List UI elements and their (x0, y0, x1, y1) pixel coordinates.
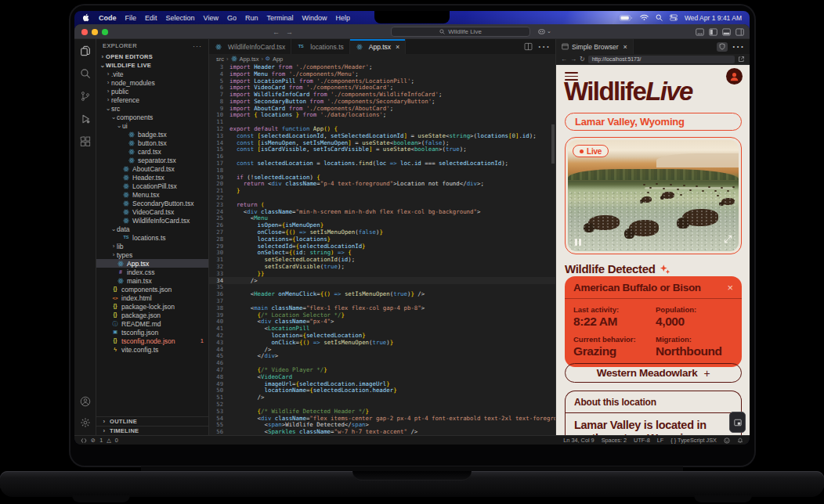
breadcrumb-item-app-tsx[interactable]: App.tsx (240, 56, 259, 63)
code-line[interactable]: 50 locationName={selectedLocation.header… (209, 387, 555, 394)
pause-icon[interactable] (575, 239, 581, 246)
code-line[interactable]: 15 const [isCardVisible, setIsCardVisibl… (209, 146, 555, 153)
browser-reload-icon[interactable]: ↻ (580, 56, 585, 63)
url-input[interactable]: http://localhost:5173/ (588, 56, 735, 63)
code-line[interactable]: 38 <main className="flex-1 flex flex-col… (209, 304, 555, 311)
code-line[interactable]: 7import WildlifeInfoCard from './compone… (209, 91, 555, 98)
code-line[interactable]: 4import Menu from './components/Menu'; (209, 70, 555, 77)
search-icon[interactable] (79, 67, 92, 80)
file-readme-md[interactable]: ⓘREADME.md (96, 319, 208, 328)
code-line[interactable]: 34 /> (209, 277, 555, 284)
code-line[interactable]: 17 const selectedLocation = locations.fi… (209, 160, 555, 167)
file-package-json[interactable]: {}package.json (96, 311, 208, 319)
folder-reference[interactable]: ›reference (96, 95, 208, 104)
location-pill-button[interactable]: Lamar Valley, Wyoming (565, 113, 742, 131)
code-line[interactable]: 29 selectedId={selectedLocationId} (209, 243, 555, 250)
code-line[interactable]: 16 (209, 153, 555, 160)
close-icon[interactable]: × (727, 283, 733, 293)
code-line[interactable]: 28 locations={locations} (209, 236, 555, 243)
fullscreen-expand-icon[interactable] (724, 232, 732, 247)
close-window-button[interactable] (81, 29, 88, 35)
code-line[interactable]: 54 <div className="flex items-center gap… (209, 415, 555, 422)
file-tsconfig-json[interactable]: ▣tsconfig.json (96, 328, 208, 337)
code-line[interactable]: 31 setSelectedLocationId(id); (209, 256, 555, 263)
explorer-icon[interactable] (79, 45, 92, 57)
breadcrumb[interactable]: src›App.tsx›⊙App (209, 54, 555, 63)
menubar-clock[interactable]: Wed Apr 1 9:41 AM (685, 14, 742, 22)
spotlight-search-icon[interactable] (656, 14, 663, 21)
open-external-icon[interactable] (738, 56, 745, 63)
command-center-search[interactable]: Wildlife Live (391, 27, 530, 37)
file-header-tsx[interactable]: Header.tsx (96, 173, 208, 182)
titlebar[interactable]: ← → Wildlife Live ⌄ (74, 24, 750, 39)
copilot-button[interactable]: ⌄ (538, 27, 551, 37)
folder-node-modules[interactable]: ›node_modules (96, 78, 208, 87)
folder-data[interactable]: ⌄data (96, 225, 208, 233)
code-line[interactable]: 44 /> (209, 346, 555, 353)
code-line[interactable]: 49 imageUrl={selectedLocation.imageUrl} (209, 380, 555, 387)
code-line[interactable]: 43 onClick={() => setIsMenuOpen(true)} (209, 339, 555, 346)
code-line[interactable]: 32 setIsCardVisible(true); (209, 263, 555, 270)
remote-indicator-icon[interactable] (81, 437, 87, 444)
code-editor[interactable]: 3import Header from './components/Header… (209, 63, 555, 435)
control-center-icon[interactable] (670, 14, 678, 21)
toggle-primary-sidebar-icon[interactable] (709, 28, 717, 36)
status-utf-8[interactable]: UTF-8 (634, 437, 650, 444)
floating-panel-button[interactable] (729, 412, 746, 433)
customize-layout-icon[interactable] (696, 28, 704, 36)
file-main-tsx[interactable]: main.tsx (96, 276, 208, 285)
file-aboutcard-tsx[interactable]: AboutCard.tsx (96, 164, 208, 173)
video-card[interactable]: Live (565, 137, 742, 254)
code-line[interactable]: 42 location={selectedLocation} (209, 332, 555, 339)
code-line[interactable]: 27 onClose={() => setIsMenuOpen(false)} (209, 229, 555, 236)
breadcrumb-item-src[interactable]: src (216, 56, 224, 63)
code-line[interactable]: 5import LocationPill from './components/… (209, 77, 555, 85)
folder--vite[interactable]: ›.vite (96, 70, 208, 78)
tab-wildlifeinfocard-tsx[interactable]: WildlifeInfoCard.tsx (209, 39, 291, 54)
next-species-button[interactable]: Western Meadowlark + (565, 363, 742, 383)
tab-app-tsx[interactable]: App.tsx× (350, 39, 407, 54)
file-badge-tsx[interactable]: badge.tsx (96, 130, 208, 139)
outline-section[interactable]: › OUTLINE (96, 416, 208, 426)
warnings-count[interactable]: 0 (115, 437, 118, 444)
code-line[interactable]: 21 } (209, 187, 555, 194)
code-line[interactable]: 46 (209, 359, 555, 366)
extensions-icon[interactable] (79, 135, 92, 148)
toggle-secondary-sidebar-icon[interactable] (735, 28, 744, 36)
timeline-section[interactable]: › TIMELINE (96, 426, 208, 435)
folder-public[interactable]: ›public (96, 87, 208, 95)
close-icon[interactable]: × (623, 43, 627, 51)
code-line[interactable]: 39 {/* Location Selector */} (209, 311, 555, 319)
file-videocard-tsx[interactable]: VideoCard.tsx (96, 207, 208, 216)
menu-item-help[interactable]: Help (335, 14, 350, 22)
file-index-css[interactable]: #index.css (96, 268, 208, 276)
file-index-html[interactable]: <>index.html (96, 293, 208, 302)
menu-item-run[interactable]: Run (245, 14, 258, 22)
code-line[interactable]: 37 (209, 297, 555, 304)
code-line[interactable]: 33 }} (209, 270, 555, 277)
code-line[interactable]: 48 <VideoCard (209, 373, 555, 380)
code-line[interactable]: 36 <Header onMenuClick={() => setIsMenuO… (209, 290, 555, 297)
toggle-panel-icon[interactable] (722, 28, 731, 36)
code-line[interactable]: 23 return ( (209, 201, 555, 208)
file-menu-tsx[interactable]: Menu.tsx (96, 190, 208, 199)
browser-security-icon[interactable] (717, 42, 728, 52)
tab-locations-ts[interactable]: TSlocations.ts (291, 39, 350, 54)
code-line[interactable]: 22 (209, 194, 555, 201)
menu-item-window[interactable]: Window (302, 14, 327, 22)
battery-icon[interactable] (620, 15, 633, 21)
code-line[interactable]: 9import AboutCard from './components/Abo… (209, 105, 555, 112)
menu-item-terminal[interactable]: Terminal (266, 14, 293, 22)
file-wildlifeinfocard-tsx[interactable]: WildlifeInfoCard.tsx (96, 216, 208, 225)
apple-logo-icon[interactable] (82, 13, 89, 22)
split-editor-icon[interactable] (524, 42, 533, 51)
folder-src[interactable]: ⌄src (96, 104, 208, 113)
code-line[interactable]: 30 onSelect={(id: string) => { (209, 250, 555, 257)
status--typescript-jsx[interactable]: { } TypeScript JSX (670, 437, 717, 444)
code-line[interactable]: 24 <div className="min-h-screen min-h-dv… (209, 208, 555, 215)
code-line[interactable]: 45 </div> (209, 352, 555, 359)
file-package-lock-json[interactable]: {}package-lock.json (96, 302, 208, 311)
errors-count[interactable]: 1 (99, 437, 103, 444)
code-line[interactable]: 18 (209, 167, 555, 174)
browser-back-icon[interactable]: ← (561, 56, 567, 63)
